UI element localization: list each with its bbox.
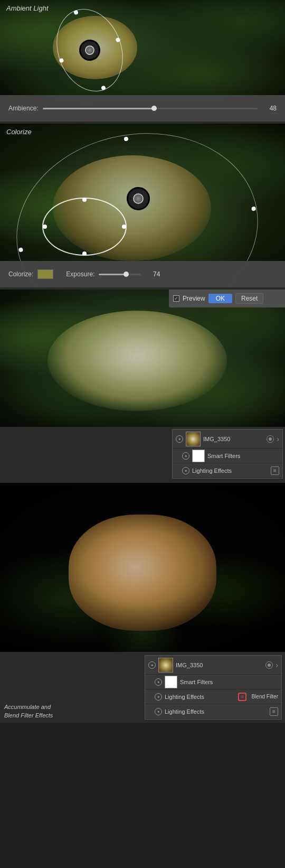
smart-filters2-row: Smart Filters [145, 675, 281, 689]
ellipse-large-handle-right[interactable] [251, 206, 256, 211]
preview-section: ✓ Preview OK Reset IMG_3350 › [0, 290, 285, 481]
layer2-menu-arrow[interactable]: › [276, 661, 278, 669]
ellipse-handle-top[interactable] [73, 10, 79, 15]
layer2-row-img[interactable]: IMG_3350 › [145, 656, 281, 675]
colorize-photo-bg [0, 124, 285, 261]
ambient-light-label: Ambient Light [6, 4, 49, 12]
colorize-center-handle[interactable] [127, 187, 150, 210]
ellipse-small-handle-right[interactable] [122, 225, 126, 229]
lighting2-filter-icon[interactable] [270, 707, 278, 716]
preview-flowers [48, 311, 227, 411]
smart-filters-eye[interactable] [182, 452, 189, 460]
layer2-thumbnail [158, 658, 173, 673]
black-photo-section [0, 483, 285, 652]
ambient-center-handle[interactable] [76, 36, 103, 63]
annotation-line1: Accummulate and [4, 704, 51, 710]
lighting1-label: Lighting Effects [165, 694, 235, 700]
layer2-name-label: IMG_3350 [176, 662, 263, 668]
ellipse-large-handle-left[interactable] [18, 247, 23, 252]
layer-menu-arrow[interactable]: › [277, 435, 279, 443]
ambience-slider-thumb[interactable] [151, 106, 157, 111]
bottom-annotation-row: Accummulate and Blend Filter Effects IMG… [0, 652, 285, 723]
layer-thumbnail [186, 432, 201, 446]
colorize-section: Colorize Colorize: Exposure: 74 [0, 124, 285, 287]
ellipse-small-handle-left[interactable] [43, 225, 47, 229]
smart-filters2-eye[interactable] [155, 678, 162, 686]
layers-panel-2: IMG_3350 › Smart Filters Lighting Effect… [145, 655, 282, 720]
layer2-options-icon[interactable] [265, 661, 273, 669]
colorize-label: Colorize [6, 128, 32, 136]
smart-filters-row: Smart Filters [173, 449, 282, 463]
lighting1-blend-icon[interactable] [238, 693, 246, 701]
layer-eye-icon[interactable] [176, 435, 183, 443]
lighting-effects-label: Lighting Effects [192, 468, 268, 474]
ellipse-small-handle-top[interactable] [82, 198, 87, 202]
layer2-eye-icon[interactable] [148, 661, 156, 669]
bottom-section-wrapper: Accummulate and Blend Filter Effects IMG… [0, 483, 285, 723]
ellipse-large-handle-top[interactable] [124, 137, 129, 142]
preview-photo [0, 290, 285, 427]
colorize-color-swatch[interactable] [37, 269, 53, 279]
ambience-slider-fill [43, 108, 155, 109]
lighting2-eye[interactable] [155, 708, 162, 715]
blend-filter-label: Blend Filter [251, 694, 278, 699]
preview-toolbar: ✓ Preview OK Reset [169, 290, 285, 307]
ambience-slider[interactable] [43, 108, 258, 109]
lighting-effects2-row: Lighting Effects [145, 704, 281, 719]
lighting-effects-filter-icon[interactable] [271, 466, 279, 475]
exposure-value: 74 [145, 270, 160, 278]
ambient-photo-bg [0, 0, 285, 106]
black-dark-overlay [0, 483, 285, 652]
ambient-controls-bar: Ambience: 48 [0, 95, 285, 122]
reset-button[interactable]: Reset [235, 293, 263, 304]
layer-name-label: IMG_3350 [203, 436, 264, 442]
smart-filters-label: Smart Filters [207, 453, 279, 459]
ambience-value: 48 [262, 105, 277, 112]
layer-options-icon[interactable] [267, 435, 274, 443]
exposure-label: Exposure: [66, 270, 94, 278]
preview-checkbox[interactable]: ✓ [173, 295, 179, 302]
ambient-light-section: Ambient Light Ambience: 48 [0, 0, 285, 122]
exposure-slider-thumb[interactable] [124, 272, 129, 277]
colorize-ctrl-label: Colorize: [8, 270, 33, 278]
lighting2-label: Lighting Effects [165, 708, 267, 715]
exposure-slider-fill [99, 274, 126, 275]
ok-button[interactable]: OK [208, 294, 232, 303]
smart-filters2-mask [165, 676, 177, 688]
exposure-slider[interactable] [99, 274, 141, 275]
lighting1-eye[interactable] [155, 693, 162, 701]
lighting-effects1-row: Lighting Effects Blend Filter [145, 689, 281, 704]
ambient-leaves [0, 0, 285, 106]
annotation-text: Accummulate and Blend Filter Effects [4, 703, 83, 720]
preview-text-label: Preview [183, 295, 205, 302]
layer-row-img[interactable]: IMG_3350 › [173, 430, 282, 449]
smart-filters-mask [192, 450, 205, 462]
ambience-label: Ambience: [8, 105, 39, 112]
annotation-line2: Blend Filter Effects [4, 712, 53, 718]
smart-filters2-label: Smart Filters [180, 679, 278, 685]
layers-panel-1: IMG_3350 › Smart Filters Lighting Effect… [172, 429, 283, 479]
lighting-effects-row: Lighting Effects [173, 463, 282, 478]
lighting-effects-eye[interactable] [182, 467, 189, 474]
colorize-controls-bar: Colorize: Exposure: 74 [0, 261, 285, 287]
preview-check-mark: ✓ [174, 296, 178, 301]
ellipse-small-handle-bottom[interactable] [82, 251, 87, 256]
colorize-ellipse-small[interactable] [42, 198, 127, 256]
